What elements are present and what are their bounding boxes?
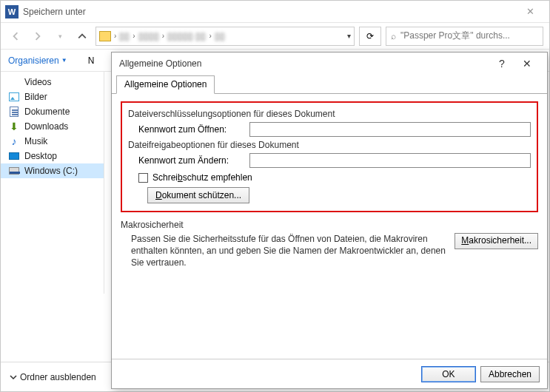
word-icon: W	[5, 5, 19, 18]
sidebar-item-documents[interactable]: Dokumente	[1, 104, 104, 119]
dialog-body: Dateiverschlüsselungsoptionen für dieses…	[112, 94, 547, 359]
search-icon: ⌕	[391, 31, 396, 41]
chevron-down-icon[interactable]: ▾	[347, 32, 351, 40]
up-button[interactable]	[73, 27, 91, 45]
titlebar: W Speichern unter ✕	[1, 1, 549, 23]
sharing-section-title: Dateifreigabeoptionen für dieses Dokumen…	[128, 140, 531, 150]
dialog-close-button[interactable]: ✕	[514, 53, 540, 74]
readonly-checkbox-row[interactable]: Schreibschutz empfehlen	[128, 172, 531, 183]
dialog-tabs: Allgemeine Optionen	[112, 75, 547, 94]
tab-general-options[interactable]: Allgemeine Optionen	[116, 75, 215, 94]
path-segment: ▯▯	[215, 31, 225, 41]
sidebar-item-label: Downloads	[24, 121, 68, 132]
back-button[interactable]	[7, 27, 24, 45]
path-segment: ▯▯	[119, 31, 130, 41]
desktop-icon	[9, 152, 19, 160]
sidebar-item-downloads[interactable]: ⬇ Downloads	[1, 119, 104, 134]
dialog-help-button[interactable]: ?	[489, 53, 514, 74]
forward-button[interactable]	[29, 27, 47, 45]
pictures-icon	[9, 92, 19, 101]
help-icon: ?	[499, 58, 505, 70]
protect-document-button[interactable]: Dokument schützen...	[147, 187, 249, 203]
sidebar-item-label: Musik	[24, 136, 47, 146]
organize-button[interactable]: Organisieren ▼	[8, 55, 67, 66]
documents-icon	[10, 107, 19, 117]
downloads-icon: ⬇	[8, 121, 20, 132]
macro-description: Passen Sie die Sicherheitsstufe für das …	[121, 233, 447, 269]
refresh-icon: ⟳	[366, 31, 374, 41]
sidebar-item-videos[interactable]: Videos	[1, 75, 104, 89]
search-input[interactable]: ⌕ "Passper Pro文章" durchs...	[386, 27, 543, 46]
hide-folders-toggle[interactable]: Ordner ausblenden	[10, 372, 96, 382]
path-segment: ▯▯▯▯	[138, 31, 159, 41]
sidebar-item-label: Videos	[24, 77, 51, 87]
chevron-right-icon: ›	[209, 32, 211, 40]
drive-icon	[9, 167, 19, 175]
search-placeholder: "Passper Pro文章" durchs...	[400, 30, 510, 42]
sidebar-item-label: Bilder	[24, 92, 47, 102]
dialog-title: Allgemeine Optionen	[119, 58, 489, 69]
encryption-section-title: Dateiverschlüsselungsoptionen für dieses…	[128, 109, 531, 119]
password-modify-label: Kennwort zum Ändern:	[138, 155, 249, 166]
window-title: Speichern unter	[23, 7, 86, 17]
macro-security-button[interactable]: Makrosicherheit...	[455, 233, 538, 249]
password-modify-input[interactable]	[249, 153, 531, 168]
sidebar-item-pictures[interactable]: Bilder	[1, 89, 104, 104]
new-folder-button[interactable]: N	[88, 55, 95, 66]
chevron-right-icon: ›	[133, 32, 135, 40]
ok-button[interactable]: OK	[421, 366, 476, 382]
password-open-input[interactable]	[249, 122, 531, 137]
macro-section: Makrosicherheit Passen Sie die Sicherhei…	[121, 220, 538, 269]
macro-section-title: Makrosicherheit	[121, 220, 538, 230]
organize-label: Organisieren	[8, 55, 59, 66]
cancel-button[interactable]: Abbrechen	[480, 366, 540, 382]
highlight-box: Dateiverschlüsselungsoptionen für dieses…	[121, 101, 538, 212]
chevron-down-icon: ▼	[61, 57, 67, 64]
password-open-label: Kennwort zum Öffnen:	[138, 124, 249, 135]
dialog-titlebar: Allgemeine Optionen ? ✕	[112, 53, 547, 75]
window-close-button[interactable]: ✕	[515, 1, 545, 22]
hide-folders-label: Ordner ausblenden	[20, 372, 96, 382]
sidebar-item-music[interactable]: ♪ Musik	[1, 134, 104, 149]
recent-dropdown[interactable]: ▾	[51, 27, 69, 45]
sidebar: Videos Bilder Dokumente ⬇ Downloads ♪ Mu…	[1, 72, 104, 294]
nav-bar: ▾ › ▯▯ › ▯▯▯▯ › ▯▯▯▯▯ ▯▯ › ▯▯ ▾ ⟳ ⌕ "Pas…	[1, 23, 549, 50]
chevron-right-icon: ›	[162, 32, 164, 40]
sidebar-item-label: Dokumente	[24, 107, 70, 117]
path-breadcrumb[interactable]: › ▯▯ › ▯▯▯▯ › ▯▯▯▯▯ ▯▯ › ▯▯ ▾	[95, 27, 355, 46]
folder-icon	[99, 31, 111, 41]
readonly-checkbox[interactable]	[138, 173, 148, 183]
chevron-right-icon: ›	[114, 32, 116, 40]
path-segment: ▯▯▯▯▯ ▯▯	[167, 31, 206, 41]
close-icon: ✕	[526, 6, 534, 17]
refresh-button[interactable]: ⟳	[359, 27, 381, 46]
dialog-footer: OK Abbrechen	[112, 359, 547, 388]
sidebar-item-label: Windows (C:)	[24, 166, 78, 176]
sidebar-item-drive-c[interactable]: Windows (C:)	[1, 163, 104, 178]
sidebar-item-label: Desktop	[24, 151, 57, 161]
general-options-dialog: Allgemeine Optionen ? ✕ Allgemeine Optio…	[111, 52, 548, 389]
music-icon: ♪	[8, 136, 20, 146]
close-icon: ✕	[523, 58, 531, 70]
readonly-label: Schreibschutz empfehlen	[152, 172, 252, 183]
sidebar-item-desktop[interactable]: Desktop	[1, 149, 104, 163]
